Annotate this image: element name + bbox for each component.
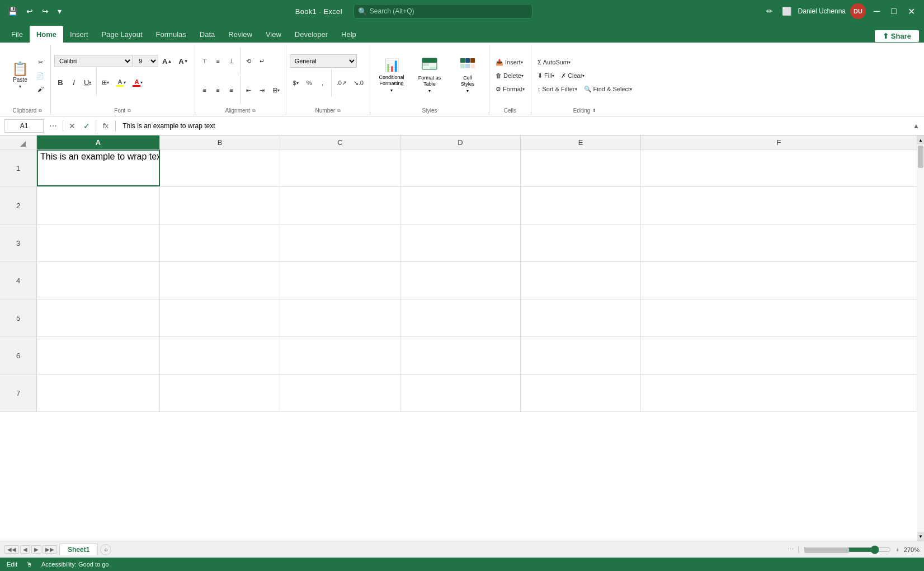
decrease-decimal-button[interactable]: ↘.0: [351, 77, 366, 89]
sheet-tab-options[interactable]: ⋯: [785, 545, 796, 554]
font-color-button[interactable]: A ▾: [130, 76, 145, 88]
italic-button[interactable]: I: [68, 76, 80, 88]
cell-c7[interactable]: [280, 375, 400, 411]
cell-d4[interactable]: [400, 262, 521, 299]
restore-button[interactable]: □: [888, 5, 900, 17]
scroll-thumb[interactable]: [918, 146, 923, 168]
tab-formulas[interactable]: Formulas: [149, 26, 193, 43]
search-input[interactable]: [353, 4, 532, 18]
increase-font-button[interactable]: A▲: [159, 55, 175, 67]
col-header-d[interactable]: D: [400, 135, 521, 149]
name-box[interactable]: [4, 119, 44, 133]
h-scroll-thumb[interactable]: [804, 547, 849, 553]
decrease-font-button[interactable]: A▼: [176, 55, 191, 67]
cell-f1[interactable]: [641, 149, 917, 186]
cell-c1[interactable]: [280, 149, 400, 186]
tab-review[interactable]: Review: [221, 26, 259, 43]
undo-button[interactable]: ↩: [24, 6, 35, 17]
tab-file[interactable]: File: [4, 26, 30, 43]
cell-e4[interactable]: [521, 262, 641, 299]
cell-d2[interactable]: [400, 187, 521, 224]
cell-c3[interactable]: [280, 224, 400, 261]
increase-decimal-button[interactable]: .0↗: [334, 77, 350, 89]
font-family-select[interactable]: Calibri: [54, 55, 133, 67]
cell-e7[interactable]: [521, 375, 641, 411]
cell-a4[interactable]: [37, 262, 160, 299]
cell-c6[interactable]: [280, 337, 400, 374]
autosum-button[interactable]: Σ AutoSum ▾: [535, 56, 573, 68]
tab-help[interactable]: Help: [334, 26, 363, 43]
find-select-button[interactable]: 🔍 Find & Select ▾: [581, 83, 635, 95]
formula-expand-button[interactable]: ▲: [913, 122, 920, 130]
row-number-6[interactable]: 6: [0, 337, 37, 374]
formula-input[interactable]: [119, 121, 909, 131]
cell-b3[interactable]: [160, 224, 280, 261]
fill-button[interactable]: ⬇ Fill ▾: [535, 69, 557, 82]
format-as-table-button[interactable]: Format asTable ▾: [412, 60, 447, 91]
decrease-indent-button[interactable]: ⇤: [243, 84, 255, 96]
add-sheet-button[interactable]: +: [100, 544, 111, 555]
sheet-tab-sheet1[interactable]: Sheet1: [59, 544, 98, 555]
delete-button[interactable]: 🗑 Delete ▾: [493, 69, 526, 82]
redo-button[interactable]: ↪: [40, 6, 51, 17]
sheet-nav-last[interactable]: ▶▶: [43, 545, 57, 554]
orientation-button[interactable]: ⟲: [243, 55, 255, 67]
avatar[interactable]: DU: [850, 3, 866, 19]
cell-styles-button[interactable]: CellStyles ▾: [450, 60, 485, 91]
cell-f2[interactable]: [641, 187, 917, 224]
sheet-nav-prev[interactable]: ◀: [20, 545, 30, 554]
quick-access-customize[interactable]: ▾: [55, 6, 64, 17]
cell-f3[interactable]: [641, 224, 917, 261]
sheet-nav-next[interactable]: ▶: [31, 545, 41, 554]
middle-align-button[interactable]: ≡: [212, 55, 224, 67]
cell-e5[interactable]: [521, 299, 641, 336]
bottom-align-button[interactable]: ⊥: [225, 55, 238, 67]
format-painter-button[interactable]: 🖌: [34, 83, 47, 95]
row-number-7[interactable]: 7: [0, 375, 37, 411]
cell-a3[interactable]: [37, 224, 160, 261]
cut-button[interactable]: ✂: [34, 56, 47, 68]
center-align-button[interactable]: ≡: [212, 84, 224, 96]
cell-d6[interactable]: [400, 337, 521, 374]
col-header-e[interactable]: E: [521, 135, 641, 149]
increase-indent-button[interactable]: ⇥: [256, 84, 268, 96]
right-align-button[interactable]: ≡: [225, 84, 238, 96]
bold-button[interactable]: B: [54, 76, 67, 88]
left-align-button[interactable]: ≡: [199, 84, 211, 96]
alignment-expand-icon[interactable]: ⧉: [252, 108, 256, 114]
cell-b2[interactable]: [160, 187, 280, 224]
save-button[interactable]: 💾: [6, 6, 20, 17]
font-expand-icon[interactable]: ⧉: [128, 108, 131, 114]
cell-f5[interactable]: [641, 299, 917, 336]
merge-button[interactable]: ⊞▾: [270, 84, 282, 96]
underline-button[interactable]: U▾: [81, 76, 94, 88]
cell-b5[interactable]: [160, 299, 280, 336]
zoom-in-button[interactable]: +: [893, 545, 901, 554]
copy-button[interactable]: 📄: [34, 69, 47, 82]
col-header-b[interactable]: B: [160, 135, 280, 149]
scroll-up-button[interactable]: ▲: [917, 135, 924, 144]
cell-e6[interactable]: [521, 337, 641, 374]
row-number-4[interactable]: 4: [0, 262, 37, 299]
cell-b6[interactable]: [160, 337, 280, 374]
cell-a5[interactable]: [37, 299, 160, 336]
vertical-scrollbar[interactable]: ▲ ▼: [917, 135, 924, 541]
cell-d7[interactable]: [400, 375, 521, 411]
formula-bar-options[interactable]: ⋯: [47, 121, 59, 130]
cell-a6[interactable]: [37, 337, 160, 374]
scroll-down-button[interactable]: ▼: [917, 532, 924, 541]
insert-button[interactable]: 📥 Insert ▾: [493, 56, 526, 68]
cell-e2[interactable]: [521, 187, 641, 224]
cell-c5[interactable]: [280, 299, 400, 336]
number-format-select[interactable]: General Number Currency Accounting Short…: [290, 54, 357, 68]
editing-expand-icon[interactable]: ⬆: [592, 108, 596, 113]
share-button[interactable]: ⬆ Share: [874, 30, 920, 43]
display-options-icon[interactable]: ⬜: [780, 6, 794, 17]
cell-c2[interactable]: [280, 187, 400, 224]
cell-b7[interactable]: [160, 375, 280, 411]
tab-home[interactable]: Home: [30, 26, 63, 43]
cell-b1[interactable]: [160, 149, 280, 186]
cell-c4[interactable]: [280, 262, 400, 299]
cell-f7[interactable]: [641, 375, 917, 411]
row-number-5[interactable]: 5: [0, 299, 37, 336]
